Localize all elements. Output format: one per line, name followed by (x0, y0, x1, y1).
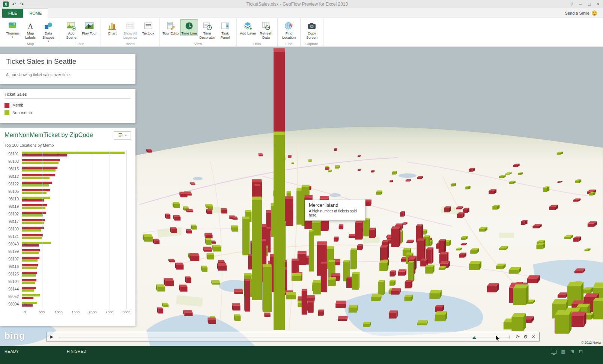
zip-label: 98104 (5, 280, 22, 284)
timeline-position-marker[interactable] (472, 336, 476, 339)
timeline-end-tick (510, 335, 510, 338)
status-display-icon[interactable] (551, 350, 556, 354)
bar-non-memb (22, 222, 44, 224)
zip-label: 98103 (5, 159, 22, 164)
map-viewport[interactable]: Ticket Sales in Seattle A tour showing t… (0, 47, 603, 346)
themes-button[interactable]: Themes ▾ (3, 19, 21, 39)
refresh-data-button[interactable]: Refresh Data (257, 19, 275, 40)
find-location-icon (284, 20, 294, 32)
play-tour-button[interactable]: Play Tour (80, 19, 98, 36)
textbox-icon (143, 20, 153, 32)
bar-non-memb (22, 229, 41, 232)
help-button[interactable]: ? (571, 2, 573, 7)
chart-icon (107, 20, 117, 32)
bar-non-memb (22, 302, 37, 304)
group-label-insert: Insert (101, 42, 159, 46)
chart-row: 98109 (5, 225, 131, 233)
zip-label: 98116 (5, 265, 22, 269)
group-label-map: Map (1, 42, 60, 46)
status-view-grid-icon[interactable]: ▦ (561, 349, 565, 354)
undo-icon[interactable]: ↶ (12, 2, 16, 7)
bar-non-memb (22, 282, 35, 284)
bar-memb (22, 227, 44, 229)
excel-app-icon: X (3, 2, 9, 7)
map-tooltip: Mercer Island A high number of tickets s… (305, 200, 365, 221)
timeline-close-icon[interactable]: ✕ (532, 334, 535, 340)
legend-swatch (5, 110, 9, 115)
time-decorator-button[interactable]: Time Decorator (198, 19, 216, 40)
redo-icon[interactable]: ↷ (20, 2, 24, 7)
add-scene-icon (66, 20, 76, 32)
map-attribution: © 2012 Nokia (581, 341, 601, 344)
bar-memb (22, 182, 52, 184)
tab-file[interactable]: FILE (2, 9, 23, 18)
bar-non-memb (22, 184, 49, 187)
tooltip-text: A high number of tickets sold here. (309, 209, 361, 217)
zip-label: 98119 (5, 205, 22, 209)
tour-editor-button[interactable]: Tour Editor (162, 19, 180, 36)
bar-non-memb (22, 152, 125, 154)
ribbon-group-insert: Chart Show All Legends Textbox Insert (101, 18, 160, 47)
bar-memb (22, 272, 37, 274)
textbox-button[interactable]: Textbox (139, 19, 157, 36)
ribbon-group-capture: Copy Screen Capture (301, 18, 323, 47)
x-tick-label: 2000 (89, 310, 96, 314)
bar-chart: 9810198103981159811298122981059811098119… (5, 150, 131, 309)
add-scene-button[interactable]: Add Scene (62, 19, 80, 40)
zip-label: 98040 (5, 242, 22, 246)
legend-label: Non-memb (12, 110, 32, 115)
timeline-track[interactable] (57, 332, 512, 341)
data-shapes-button[interactable]: Data Shapes ▾ (39, 19, 57, 43)
chart-row: 98122 (5, 180, 131, 188)
bar-non-memb (22, 237, 42, 239)
chevron-down-icon: ▾ (12, 36, 13, 39)
chart-type-dropdown[interactable]: ▾ (114, 131, 131, 140)
status-view-tile-icon[interactable]: ⊞ (570, 349, 574, 354)
task-panel-button[interactable]: Task Panel (216, 19, 234, 40)
status-view-full-icon[interactable]: ⊡ (579, 349, 583, 354)
refresh-icon[interactable]: ⟳ (516, 334, 520, 340)
settings-gear-icon[interactable]: ⚙ (523, 334, 528, 340)
maximize-button[interactable]: □ (588, 2, 591, 7)
chevron-down-icon: ▾ (125, 134, 127, 137)
copy-screen-button[interactable]: Copy Screen (303, 19, 321, 40)
copy-screen-icon (307, 20, 317, 32)
bar-non-memb (22, 192, 47, 194)
tab-home[interactable]: HOME (23, 8, 48, 18)
bar-memb (22, 189, 50, 191)
map-labels-button[interactable]: A Map Labels (21, 19, 39, 40)
zip-label: 98199 (5, 250, 22, 254)
time-line-button[interactable]: Time Line (180, 19, 198, 36)
add-layer-button[interactable]: Add Layer (239, 19, 257, 36)
ribbon-group-tour: Add Scene Play Tour Tour (60, 18, 101, 47)
close-button[interactable]: ✕ (597, 2, 600, 7)
chart-row: 98105 (5, 188, 131, 195)
chart-row: 98110 (5, 195, 131, 203)
find-location-button[interactable]: Find Location (280, 19, 298, 40)
send-a-smile-label: Send a Smile (565, 11, 589, 15)
bar-memb (22, 174, 55, 176)
chart-row: 98199 (5, 248, 131, 255)
zip-label: 98102 (5, 212, 22, 216)
tooltip-title: Mercer Island (309, 202, 361, 208)
legend-title: Ticket Sales (5, 92, 131, 99)
bar-memb (22, 234, 43, 236)
legend-item: Memb (5, 101, 131, 109)
chart-row: 98101 (5, 150, 131, 158)
window-title: TicketSales.xlsx - GeoFlow Preview for E… (24, 2, 571, 7)
bar-non-memb (22, 214, 43, 217)
minimize-button[interactable]: ─ (579, 2, 582, 7)
chart-title: MemNonMemTicket by ZipCode (5, 131, 93, 138)
send-a-smile-button[interactable]: Send a Smile (565, 11, 603, 18)
bar-non-memb (22, 274, 36, 277)
window-controls: ? ─ □ ✕ (571, 2, 600, 7)
time-line-icon (184, 20, 194, 32)
chart-row: 98052 (5, 293, 131, 300)
chart-button[interactable]: Chart (103, 19, 121, 36)
legend-swatch (5, 103, 9, 108)
ribbon: Themes ▾ A Map Labels Data Shapes ▾ Map … (0, 18, 603, 47)
legend-card: Ticket Sales MembNon-memb (0, 89, 135, 123)
play-button[interactable]: ▶ (50, 334, 53, 339)
bar-memb (22, 304, 33, 307)
timeline-bar[interactable]: ▶ ⟳ ⚙ ✕ (46, 332, 540, 342)
